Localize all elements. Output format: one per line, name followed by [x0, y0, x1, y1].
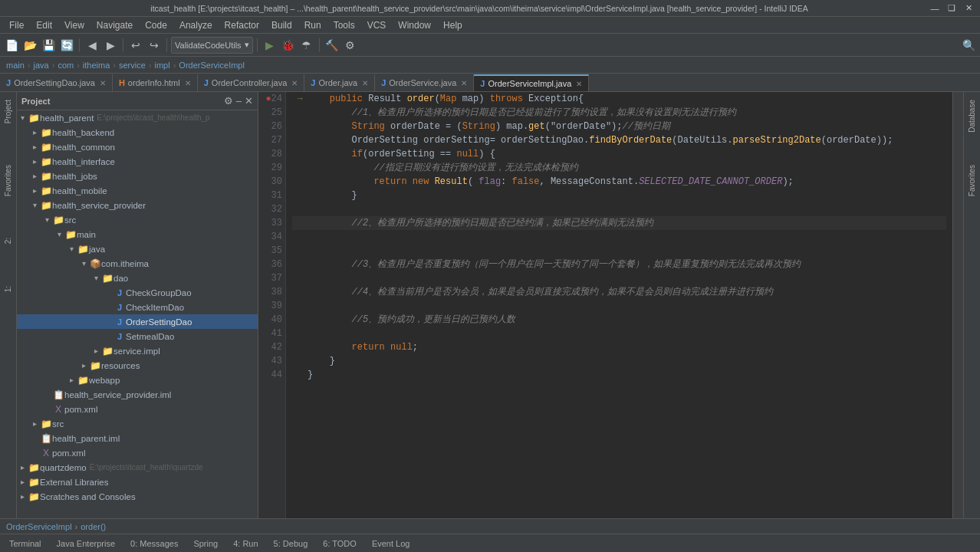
tree-item-health_jobs[interactable]: ▸📁health_jobs: [17, 169, 258, 183]
code-text-29: //指定日期没有进行预约设置，无法完成体检预约: [307, 161, 946, 175]
line-num-36: 36: [261, 258, 282, 271]
tree-item-pom.xml[interactable]: Xpom.xml: [17, 445, 258, 460]
tree-item-ordersettingdao[interactable]: JOrderSettingDao: [17, 314, 258, 329]
hierarchy-tool-label[interactable]: 1:: [2, 281, 14, 297]
menu-item-navigate[interactable]: Navigate: [90, 18, 139, 32]
tree-item-health_common[interactable]: ▸📁health_common: [17, 140, 258, 154]
tree-item-dao[interactable]: ▾📁dao: [17, 271, 258, 285]
bottom-tab-6--todo[interactable]: 6: TODO: [317, 535, 363, 552]
settings-button[interactable]: ⚙: [342, 37, 359, 54]
breadcrumb-item-itheima[interactable]: itheima: [83, 61, 110, 70]
tree-item-health_mobile[interactable]: ▸📁health_mobile: [17, 183, 258, 198]
project-tool-label[interactable]: Project: [2, 95, 14, 128]
code-line-30: return new Result( flag: false, MessageC…: [292, 175, 946, 189]
menu-item-view[interactable]: View: [58, 18, 90, 32]
tree-item-setmealdao[interactable]: JSetmealDao: [17, 329, 258, 343]
line-num-38: 38: [261, 285, 282, 299]
tree-item-java[interactable]: ▾📁java: [17, 242, 258, 256]
project-panel: Project ⚙ – ✕ ▾📁health_parentE:\projects…: [17, 92, 258, 518]
forward-button[interactable]: ▶: [102, 37, 119, 54]
run-config-dropdown[interactable]: ValidateCodeUtils ▾: [171, 37, 253, 54]
tab-Order-java[interactable]: JOrder.java✕: [304, 74, 375, 91]
menu-item-vcs[interactable]: VCS: [361, 18, 393, 32]
minimize-button[interactable]: —: [929, 3, 940, 14]
project-panel-collapse[interactable]: –: [236, 95, 242, 107]
editor-scrollbar[interactable]: [952, 92, 963, 518]
tree-item-health_service_provider[interactable]: ▾📁health_service_provider: [17, 198, 258, 212]
coverage-button[interactable]: ☂: [298, 37, 315, 54]
breadcrumb-item-orderserviceimpl[interactable]: OrderServiceImpl: [179, 61, 245, 70]
breadcrumb-item-main[interactable]: main: [6, 61, 25, 70]
favorites-tool-label[interactable]: Favorites: [2, 160, 14, 201]
tree-item-src[interactable]: ▾📁src: [17, 212, 258, 227]
tree-item-checkgroupdao[interactable]: JCheckGroupDao: [17, 285, 258, 300]
bottom-tab-java-enterprise[interactable]: Java Enterprise: [51, 535, 121, 552]
structure-tool-label[interactable]: 2:: [2, 233, 14, 248]
maximize-button[interactable]: ❑: [946, 3, 957, 14]
bottom-tab-event-log[interactable]: Event Log: [366, 535, 416, 552]
code-text-33: //2、检查用户所选择的预约日期是否已经约满，如果已经约满则无法预约: [307, 216, 946, 230]
tree-item-health_service_provider.iml[interactable]: 📋health_service_provider.iml: [17, 387, 258, 402]
breadcrumb-item-impl[interactable]: impl: [154, 61, 169, 70]
sync-button[interactable]: 🔄: [58, 37, 75, 54]
tree-item-pom.xml[interactable]: Xpom.xml: [17, 402, 258, 416]
tab-orderInfo-html[interactable]: HorderInfo.html✕: [113, 74, 198, 91]
tab-OrderSettingDao-java[interactable]: JOrderSettingDao.java✕: [0, 74, 113, 91]
bottom-tab-5--debug[interactable]: 5: Debug: [268, 535, 314, 552]
tree-item-resources[interactable]: ▸📁resources: [17, 358, 258, 373]
tab-OrderServiceImpl-java[interactable]: JOrderServiceImpl.java✕: [474, 74, 589, 91]
menu-item-edit[interactable]: Edit: [30, 18, 58, 32]
breadcrumb-item-java[interactable]: java: [34, 61, 49, 70]
breadcrumb-item-com[interactable]: com: [58, 61, 74, 70]
bottom-tab-spring[interactable]: Spring: [187, 535, 224, 552]
back-button[interactable]: ◀: [84, 37, 100, 54]
project-panel-close[interactable]: ✕: [245, 95, 253, 107]
menu-item-tools[interactable]: Tools: [327, 18, 361, 32]
run-button[interactable]: ▶: [261, 37, 278, 54]
undo-button[interactable]: ↩: [127, 37, 144, 54]
bottom-tab-0--messages[interactable]: 0: Messages: [124, 535, 184, 552]
menu-item-code[interactable]: Code: [139, 18, 173, 32]
build-button[interactable]: 🔨: [324, 37, 340, 54]
right-tool-strip: Database Favorites: [963, 92, 980, 518]
tree-item-com.itheima[interactable]: ▾📦com.itheima: [17, 256, 258, 271]
close-button[interactable]: ✕: [963, 3, 974, 14]
tree-item-health_interface[interactable]: ▸📁health_interface: [17, 154, 258, 169]
menu-item-window[interactable]: Window: [392, 18, 437, 32]
redo-button[interactable]: ↪: [146, 37, 163, 54]
debug-button[interactable]: 🐞: [280, 37, 297, 54]
tree-item-external_libraries[interactable]: ▸📁External Libraries: [17, 475, 258, 489]
project-panel-settings[interactable]: ⚙: [224, 95, 233, 107]
code-content[interactable]: ●242526272829303132333435363738394041424…: [258, 92, 963, 518]
code-editor[interactable]: → public Result order(Map map) throws Ex…: [286, 92, 952, 518]
menu-item-analyze[interactable]: Analyze: [173, 18, 219, 32]
bottom-tab-4--run[interactable]: 4: Run: [227, 535, 264, 552]
search-button[interactable]: 🔍: [960, 37, 977, 54]
new-file-button[interactable]: 📄: [3, 37, 20, 54]
tree-item-health_parent[interactable]: ▾📁health_parentE:\projects\itcast_health…: [17, 110, 258, 125]
bottom-tab-terminal[interactable]: Terminal: [3, 535, 48, 552]
breadcrumb-item-service[interactable]: service: [119, 61, 146, 70]
tree-item-webapp[interactable]: ▸📁webapp: [17, 373, 258, 387]
tree-item-service.impl[interactable]: ▸📁service.impl: [17, 343, 258, 358]
favorites-right-tool[interactable]: Favorites: [966, 160, 978, 201]
tree-item-health_parent.iml[interactable]: 📋health_parent.iml: [17, 431, 258, 445]
tree-item-main[interactable]: ▾📁main: [17, 227, 258, 242]
menu-item-help[interactable]: Help: [437, 18, 469, 32]
tree-item-scratches_and_consoles[interactable]: ▸📁Scratches and Consoles: [17, 489, 258, 504]
tree-item-checkitemdao[interactable]: JCheckItemDao: [17, 300, 258, 314]
menu-item-refactor[interactable]: Refactor: [219, 18, 265, 32]
menu-item-file[interactable]: File: [3, 18, 30, 32]
window-controls[interactable]: — ❑ ✕: [929, 3, 974, 14]
tree-item-quartzdemo[interactable]: ▸📁quartzdemoE:\projects\itcast_health\qu…: [17, 460, 258, 475]
tab-OrderController-java[interactable]: JOrderController.java✕: [198, 74, 305, 91]
tab-OrderService-java[interactable]: JOrderService.java✕: [375, 74, 474, 91]
code-text-44: }: [307, 368, 946, 382]
tree-item-health_backend[interactable]: ▸📁health_backend: [17, 125, 258, 140]
menu-item-build[interactable]: Build: [265, 18, 298, 32]
save-all-button[interactable]: 💾: [40, 37, 57, 54]
tree-item-src[interactable]: ▸📁src: [17, 416, 258, 431]
database-tool[interactable]: Database: [966, 95, 978, 137]
open-button[interactable]: 📂: [21, 37, 38, 54]
menu-item-run[interactable]: Run: [298, 18, 327, 32]
